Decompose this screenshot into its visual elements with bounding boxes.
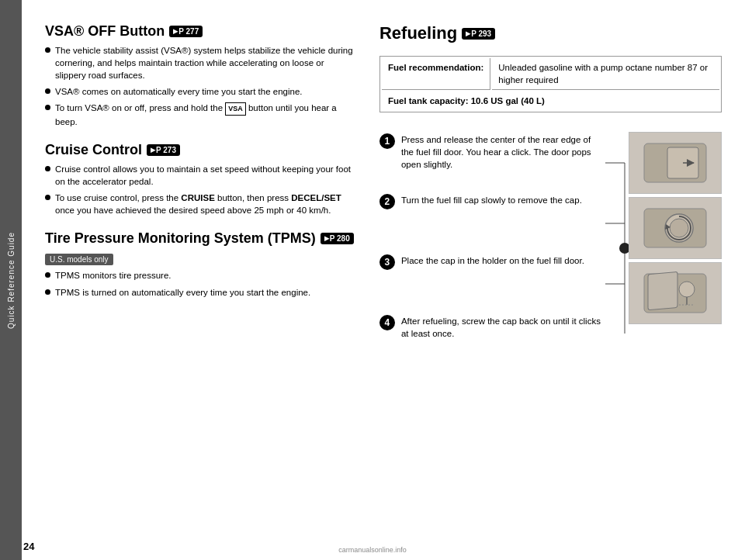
bullet-icon <box>45 47 50 53</box>
fuel-capacity: Fuel tank capacity: 10.6 US gal (40 L) <box>382 92 719 110</box>
fuel-rec-row: Fuel recommendation: Unleaded gasoline w… <box>382 58 719 90</box>
page: Quick Reference Guide VSA® OFF Button ▶ … <box>0 0 745 560</box>
step-4-row: 4 After refueling, screw the cap back on… <box>379 313 602 340</box>
bullet-icon <box>45 272 50 278</box>
vsa-title: VSA® OFF Button ▶ P 277 <box>45 23 356 40</box>
step-1-number: 1 <box>379 133 395 149</box>
cruise-section: Cruise Control ▶ P 273 Cruise control al… <box>45 142 356 216</box>
step-2-image <box>629 197 722 259</box>
vsa-page-ref: ▶ P 277 <box>169 26 203 37</box>
main-content: VSA® OFF Button ▶ P 277 The vehicle stab… <box>22 0 745 560</box>
refueling-title: Refueling ▶ P 293 <box>379 23 722 43</box>
step-2-number: 2 <box>379 194 395 209</box>
vsa-bullet-3: To turn VSA® on or off, press and hold t… <box>45 102 356 128</box>
cruise-title-text: Cruise Control <box>45 142 142 158</box>
fuel-door-open-illustration <box>636 136 714 190</box>
refueling-title-text: Refueling <box>379 23 457 43</box>
vsa-section: VSA® OFF Button ▶ P 277 The vehicle stab… <box>45 23 356 128</box>
cruise-bullet-1: Cruise control allows you to maintain a … <box>45 163 356 188</box>
cruise-title: Cruise Control ▶ P 273 <box>45 142 356 158</box>
sidebar: Quick Reference Guide <box>0 0 22 560</box>
step-2-text: Turn the fuel fill cap slowly to remove … <box>401 192 582 247</box>
fuel-cap-row: Fuel tank capacity: 10.6 US gal (40 L) <box>382 92 719 110</box>
vsa-bullet-2: VSA® comes on automatically every time y… <box>45 85 356 98</box>
refueling-steps-area: 1 Press and release the center of the re… <box>379 132 722 372</box>
cap-in-holder-illustration <box>636 266 714 320</box>
tpms-bullet-1: TPMS monitors tire pressure. <box>45 269 356 282</box>
sidebar-label: Quick Reference Guide <box>7 232 16 329</box>
connector-area <box>605 132 629 372</box>
tpms-title-text: Tire Pressure Monitoring System (TPMS) <box>45 230 316 247</box>
vsa-title-text: VSA® OFF Button <box>45 23 165 40</box>
fuel-rec-label: Fuel recommendation: <box>382 58 490 90</box>
refueling-page-ref: ▶ P 293 <box>462 28 495 40</box>
step-2-row: 2 Turn the fuel fill cap slowly to remov… <box>379 192 602 247</box>
vsa-button-icon: VSA <box>225 102 246 116</box>
fuel-table: Fuel recommendation: Unleaded gasoline w… <box>379 56 722 112</box>
tpms-title: Tire Pressure Monitoring System (TPMS) ▶… <box>45 230 356 247</box>
bullet-icon <box>45 289 50 295</box>
steps-column: 1 Press and release the center of the re… <box>379 132 602 372</box>
step-3-text: Place the cap in the holder on the fuel … <box>401 253 584 307</box>
bullet-icon <box>45 105 50 110</box>
step-images-column <box>629 132 722 372</box>
bullet-icon <box>45 195 50 200</box>
step-4-number: 4 <box>379 315 395 330</box>
bullet-icon <box>45 88 50 94</box>
fuel-cap-removal-illustration <box>636 201 714 255</box>
tpms-section: Tire Pressure Monitoring System (TPMS) ▶… <box>45 230 356 298</box>
cruise-page-ref: ▶ P 273 <box>147 144 180 156</box>
cruise-bullets: Cruise control allows you to maintain a … <box>45 163 356 216</box>
connector-svg <box>605 132 629 372</box>
svg-point-4 <box>619 243 629 254</box>
tpms-bullets: TPMS monitors tire pressure. TPMS is tur… <box>45 269 356 298</box>
step-1-text: Press and release the center of the rear… <box>401 132 602 186</box>
step-3-number: 3 <box>379 254 395 270</box>
step-1-image <box>629 132 722 194</box>
left-column: VSA® OFF Button ▶ P 277 The vehicle stab… <box>45 23 356 544</box>
cruise-bullet-2: To use cruise control, press the CRUISE … <box>45 192 356 216</box>
tpms-bullet-2: TPMS is turned on automatically every ti… <box>45 286 356 299</box>
vsa-bullet-1: The vehicle stability assist (VSA®) syst… <box>45 44 356 81</box>
step-4-text: After refueling, screw the cap back on u… <box>401 313 602 340</box>
fuel-rec-value: Unleaded gasoline with a pump octane num… <box>492 58 719 90</box>
step-1-row: 1 Press and release the center of the re… <box>379 132 602 186</box>
svg-point-15 <box>679 282 695 297</box>
svg-rect-14 <box>648 272 677 310</box>
step-3-image <box>629 262 722 324</box>
images-connector-area <box>605 132 722 372</box>
watermark: carmanualsonline.info <box>0 546 745 554</box>
step-3-row: 3 Place the cap in the holder on the fue… <box>379 253 602 307</box>
columns: VSA® OFF Button ▶ P 277 The vehicle stab… <box>45 23 722 544</box>
bullet-icon <box>45 166 50 171</box>
right-column: Refueling ▶ P 293 Fuel recommendation: U… <box>379 23 722 544</box>
vsa-bullets: The vehicle stability assist (VSA®) syst… <box>45 44 356 128</box>
tpms-badge: U.S. models only <box>45 254 113 265</box>
tpms-page-ref: ▶ P 280 <box>321 233 354 244</box>
svg-point-11 <box>670 219 688 237</box>
